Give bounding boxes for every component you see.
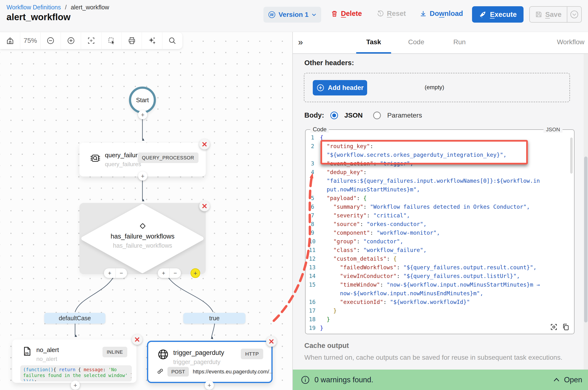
radio-json-label[interactable]: JSON — [344, 112, 363, 119]
warnings-bar[interactable]: 0 warnings found. Open — [293, 370, 588, 390]
printer-icon — [128, 37, 136, 45]
branch-add-remove-right: + − — [158, 268, 181, 278]
zoom-out-button[interactable] — [41, 32, 61, 49]
chevron-down-icon — [311, 12, 317, 17]
collapse-panel-icon[interactable]: » — [298, 37, 303, 47]
node-title: trigger_pagerduty — [173, 349, 224, 357]
zoom-in-button[interactable] — [61, 32, 81, 49]
code-editor-legend: Code — [310, 126, 329, 133]
save-icon — [535, 11, 542, 18]
breadcrumb: Workflow Definitions / alert_workflow — [6, 4, 109, 11]
code-rows[interactable]: 1{2 "routing_key": "${workflow.secrets.o… — [309, 133, 568, 331]
remove-task-button[interactable]: ✕ — [266, 336, 277, 347]
print-button[interactable] — [122, 32, 142, 49]
open-warnings-button[interactable]: Open — [553, 376, 582, 384]
add-case-button[interactable]: + — [191, 268, 200, 278]
cache-output-title: Cache output — [304, 342, 349, 350]
add-task-button[interactable]: + — [138, 171, 147, 181]
fullscreen-icon[interactable] — [550, 323, 558, 331]
version-hash-icon — [268, 11, 276, 18]
globe-icon — [157, 349, 169, 361]
reset-icon — [377, 10, 384, 17]
download-button[interactable]: Download — [420, 10, 463, 18]
start-label: Start — [136, 97, 149, 104]
rocket-icon — [479, 11, 486, 18]
start-node[interactable]: Start — [129, 87, 156, 113]
branch-add-remove-left: + − — [104, 268, 127, 278]
tab-run[interactable]: Run — [441, 38, 478, 46]
tab-task[interactable]: Task — [356, 38, 391, 46]
add-task-button[interactable]: + — [205, 381, 214, 390]
node-title: has_failure_workflows — [79, 233, 206, 240]
tab-workflow[interactable]: Workflow — [551, 38, 588, 46]
fit-view-button[interactable] — [81, 32, 101, 49]
branch-minus-button[interactable]: − — [170, 268, 181, 278]
task-type-badge: QUERY_PROCESSOR — [138, 152, 199, 163]
remove-task-button[interactable]: ✕ — [132, 334, 142, 345]
switch-icon — [139, 222, 147, 231]
remove-task-button[interactable]: ✕ — [199, 139, 210, 149]
other-headers-label: Other headers: — [304, 59, 354, 67]
ai-assist-button[interactable] — [142, 32, 162, 49]
select-mode-button[interactable] — [102, 32, 122, 49]
plus-circle-icon — [316, 84, 324, 92]
task-type-badge: HTTP — [241, 349, 263, 359]
add-header-button[interactable]: Add header — [313, 80, 367, 96]
trash-icon — [331, 10, 338, 17]
node-subtitle: trigger_pagerduty — [173, 358, 224, 365]
breadcrumb-parent-link[interactable]: Workflow Definitions — [6, 4, 61, 11]
http-method-badge: POST — [167, 367, 189, 377]
edge-label-default-case: defaultCase — [44, 313, 105, 324]
search-button[interactable] — [162, 32, 182, 49]
zoom-level-indicator[interactable]: 75% — [20, 32, 40, 49]
task-config-panel: » Workflow Task Code Run Other headers: … — [292, 32, 588, 390]
tab-code[interactable]: Code — [398, 38, 434, 46]
zoom-in-icon — [67, 37, 75, 45]
save-options-button[interactable] — [567, 10, 581, 19]
add-task-button[interactable]: + — [71, 381, 80, 390]
breadcrumb-separator: / — [65, 4, 67, 11]
body-type-selector: Body: JSON Parameters — [304, 111, 422, 119]
version-label: Version 1 — [279, 11, 309, 18]
node-subtitle: no_alert — [36, 356, 59, 362]
body-label: Body: — [304, 111, 324, 119]
page-title: alert_workflow — [6, 12, 70, 22]
breadcrumb-current: alert_workflow — [71, 4, 109, 11]
copy-icon[interactable] — [562, 323, 570, 331]
branch-minus-button[interactable]: − — [116, 268, 127, 278]
remove-task-button[interactable]: ✕ — [199, 201, 210, 211]
save-button[interactable]: Save — [530, 7, 567, 22]
node-has-failure-workflows[interactable]: has_failure_workflows has_failure_workfl… — [79, 203, 206, 274]
home-icon — [6, 37, 14, 45]
radio-parameters-label[interactable]: Parameters — [387, 112, 422, 119]
delete-button[interactable]: Delete — [331, 10, 362, 18]
workflow-canvas[interactable]: Start + query_failures query_failures QU… — [0, 32, 292, 390]
panel-scrollbar-thumb[interactable] — [584, 156, 588, 322]
save-split-button: Save — [529, 6, 582, 23]
radio-json[interactable] — [330, 112, 338, 119]
execute-button[interactable]: Execute — [472, 6, 524, 23]
svg-text:JS: JS — [25, 351, 29, 355]
canvas-toolbar: 75% — [0, 32, 182, 49]
reset-button[interactable]: Reset — [377, 10, 406, 18]
branch-plus-button[interactable]: + — [158, 268, 170, 278]
json-body-editor[interactable]: Code JSON 1{2 "routing_key": "${workflow… — [305, 129, 575, 334]
active-tab-underline — [356, 52, 391, 54]
node-trigger-pagerduty[interactable]: trigger_pagerduty trigger_pagerduty HTTP… — [147, 341, 272, 383]
select-area-icon — [107, 37, 115, 45]
zoom-out-icon — [47, 37, 54, 45]
javascript-file-icon: JS — [21, 346, 33, 358]
headers-empty-label: (empty) — [425, 84, 444, 91]
radio-parameters[interactable] — [373, 112, 381, 119]
version-selector[interactable]: Version 1 — [264, 7, 321, 23]
branch-plus-button[interactable]: + — [104, 268, 116, 278]
warnings-message: 0 warnings found. — [315, 376, 374, 384]
node-no-alert[interactable]: JS no_alert no_alert INLINE (function(){… — [12, 340, 136, 383]
orkes-workflow-editor: Start + query_failures query_failures QU… — [0, 0, 588, 390]
editor-scrollbar-thumb[interactable] — [570, 138, 573, 174]
panel-scrollbar-track[interactable] — [584, 54, 588, 370]
home-view-button[interactable] — [0, 32, 20, 49]
app-header: Workflow Definitions / alert_workflow al… — [0, 0, 588, 32]
search-icon — [168, 37, 176, 45]
add-task-button[interactable]: + — [138, 110, 147, 119]
